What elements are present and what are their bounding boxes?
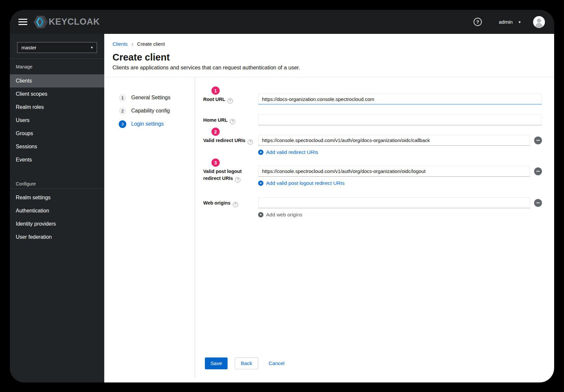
form-field-home-url: Home URL? (203, 114, 542, 125)
wizard-step-general-settings[interactable]: 1 General Settings (119, 91, 195, 104)
sidebar-divider (10, 188, 104, 189)
help-icon[interactable]: ? (228, 98, 233, 104)
web-origins-label-text: Web origins (203, 200, 231, 206)
step-number: 1 (119, 94, 126, 102)
breadcrumb: Clients › Create client (112, 41, 541, 47)
valid-redirect-uris-label-text: Valid redirect URIs (203, 138, 245, 143)
page-subtitle: Clients are applications and services th… (112, 64, 541, 71)
wizard-step-login-settings[interactable]: 3 Login settings (119, 117, 195, 131)
page-title: Create client (112, 52, 541, 62)
remove-redirect-uri-button[interactable] (534, 136, 542, 144)
web-origins-label: Web origins? (203, 197, 258, 218)
minus-icon (536, 140, 540, 141)
post-logout-uri-input[interactable] (258, 166, 530, 177)
page-header: Clients › Create client Create client Cl… (104, 34, 554, 77)
sidebar: master ▾ Manage Clients Client scopes Re… (10, 34, 104, 382)
plus-icon (258, 212, 263, 217)
avatar-head-icon (537, 18, 541, 23)
username-label[interactable]: admin (499, 19, 513, 25)
app-window: KEYCLOAK ? admin ▾ master ▾ Manage Clien… (10, 10, 554, 382)
avatar-body-icon (535, 23, 543, 28)
add-post-logout-uri-link[interactable]: Add valid post logout redirect URIs (258, 180, 542, 186)
sidebar-item-sessions[interactable]: Sessions (10, 140, 104, 153)
keycloak-hexagon-icon (33, 15, 48, 29)
web-origins-input[interactable] (258, 197, 530, 208)
root-url-label: Root URL? (203, 94, 258, 105)
wizard-step-capability-config[interactable]: 2 Capability config (119, 104, 195, 117)
nav-section-configure: Configure (16, 181, 104, 187)
top-bar: KEYCLOAK ? admin ▾ (10, 10, 554, 34)
remove-post-logout-uri-button[interactable] (534, 167, 542, 175)
home-url-label: Home URL? (203, 114, 258, 125)
add-valid-redirect-uri-label: Add valid redirect URIs (266, 149, 318, 155)
root-url-label-text: Root URL (203, 97, 225, 102)
realm-select[interactable]: master ▾ (17, 42, 97, 53)
help-icon[interactable]: ? (233, 202, 238, 207)
sidebar-item-users[interactable]: Users (10, 114, 104, 127)
add-valid-redirect-uri-link[interactable]: Add valid redirect URIs (258, 149, 542, 155)
cancel-button[interactable]: Cancel (269, 357, 284, 369)
chevron-down-icon: ▾ (91, 45, 93, 50)
valid-redirect-uri-input[interactable] (258, 135, 530, 146)
step-label: Capability config (131, 108, 170, 114)
breadcrumb-current: Create client (137, 41, 165, 47)
breadcrumb-clients-link[interactable]: Clients (112, 41, 128, 47)
minus-icon (536, 171, 540, 172)
home-url-label-text: Home URL (203, 117, 228, 123)
add-web-origins-link[interactable]: Add web origins (258, 212, 542, 218)
breadcrumb-separator-icon: › (132, 41, 133, 47)
save-button[interactable]: Save (205, 357, 228, 369)
form-field-valid-post-logout-redirect-uris: 3 Valid post logout redirect URIs? (203, 166, 542, 186)
form-field-root-url: 1 Root URL? (203, 94, 542, 105)
annotation-badge-1: 1 (211, 86, 220, 95)
nav-list-manage: Clients Client scopes Realm roles Users … (10, 74, 104, 166)
valid-post-logout-label: Valid post logout redirect URIs? (203, 166, 258, 186)
home-url-input[interactable] (258, 114, 542, 125)
wizard-steps: 1 General Settings 2 Capability config 3… (104, 77, 195, 378)
add-post-logout-uri-label: Add valid post logout redirect URIs (266, 180, 345, 186)
valid-redirect-uris-label: Valid redirect URIs? (203, 135, 258, 155)
step-number: 3 (119, 120, 126, 128)
main-area: master ▾ Manage Clients Client scopes Re… (10, 34, 554, 382)
sidebar-item-user-federation[interactable]: User federation (10, 231, 104, 244)
hamburger-menu-icon[interactable] (18, 19, 27, 25)
realm-selector-block: master ▾ (10, 34, 104, 59)
nav-list-configure: Realm settings Authentication Identity p… (10, 191, 104, 244)
avatar[interactable] (533, 16, 545, 28)
realm-select-value: master (21, 45, 37, 50)
annotation-badge-3: 3 (211, 159, 220, 167)
form-field-web-origins: Web origins? Add web origins (203, 197, 542, 218)
topbar-right: ? admin ▾ (474, 16, 545, 28)
chevron-down-icon[interactable]: ▾ (519, 20, 521, 24)
help-icon[interactable]: ? (474, 18, 482, 26)
annotation-badge-2: 2 (211, 128, 220, 136)
sidebar-item-identity-providers[interactable]: Identity providers (10, 217, 104, 231)
login-settings-form: 1 Root URL? Home URL? (195, 77, 554, 382)
add-web-origins-label: Add web origins (266, 212, 302, 218)
root-url-input[interactable] (258, 94, 542, 105)
nav-section-manage: Manage (16, 64, 104, 70)
step-label: Login settings (131, 121, 164, 127)
sidebar-item-clients[interactable]: Clients (10, 74, 104, 87)
help-icon[interactable]: ? (248, 139, 253, 145)
sidebar-item-client-scopes[interactable]: Client scopes (10, 87, 104, 101)
wizard-form: 1 General Settings 2 Capability config 3… (104, 77, 554, 382)
sidebar-item-groups[interactable]: Groups (10, 127, 104, 140)
plus-icon (258, 150, 263, 155)
back-button[interactable]: Back (235, 357, 258, 369)
remove-web-origin-button[interactable] (534, 199, 542, 207)
step-number: 2 (119, 107, 126, 115)
sidebar-item-authentication[interactable]: Authentication (10, 204, 104, 217)
keycloak-logo: KEYCLOAK (33, 15, 100, 29)
sidebar-item-realm-roles[interactable]: Realm roles (10, 101, 104, 114)
content-area: Clients › Create client Create client Cl… (104, 34, 554, 382)
sidebar-item-realm-settings[interactable]: Realm settings (10, 191, 104, 204)
plus-icon (258, 181, 263, 186)
help-icon[interactable]: ? (230, 119, 235, 124)
minus-icon (536, 202, 540, 203)
help-icon[interactable]: ? (235, 177, 240, 183)
form-field-valid-redirect-uris: 2 Valid redirect URIs? Add valid re (203, 135, 542, 155)
brand-text: KEYCLOAK (49, 17, 100, 27)
step-label: General Settings (131, 95, 170, 101)
sidebar-item-events[interactable]: Events (10, 153, 104, 166)
